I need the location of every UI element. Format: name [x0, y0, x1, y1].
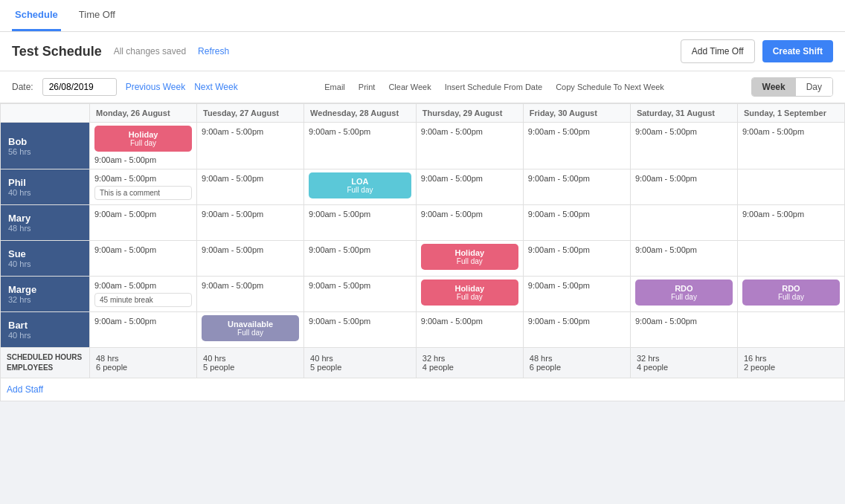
badge-label: Holiday [427, 284, 513, 293]
shift-time: 9:00am - 5:00pm [528, 315, 626, 327]
shift-badge-unavailable[interactable]: UnavailableFull day [202, 315, 299, 341]
week-view-button[interactable]: Week [752, 78, 796, 96]
copy-schedule-action[interactable]: Copy Schedule To Next Week [556, 83, 664, 91]
shift-cell[interactable]: 9:00am - 5:00pm [523, 123, 630, 169]
shift-time: 9:00am - 5:00pm [202, 172, 299, 184]
shift-cell[interactable]: 9:00am - 5:00pm [630, 312, 737, 348]
shift-time: 9:00am - 5:00pm [309, 244, 411, 256]
col-header-friday: Friday, 30 August [523, 104, 630, 123]
shift-time: 9:00am - 5:00pm [528, 126, 626, 138]
employee-name: Marge [8, 284, 82, 295]
shift-cell[interactable]: 9:00am - 5:00pm [197, 123, 304, 169]
shift-cell[interactable]: 9:00am - 5:00pm [630, 123, 737, 169]
shift-cell[interactable]: 9:00am - 5:00pm [90, 205, 197, 241]
shift-cell[interactable] [630, 205, 737, 241]
shift-time: 9:00am - 5:00pm [742, 126, 840, 138]
shift-cell[interactable]: 9:00am - 5:00pm [737, 123, 844, 169]
clear-week-action[interactable]: Clear Week [388, 83, 431, 91]
shift-cell[interactable]: HolidayFull day [416, 277, 523, 312]
next-week-link[interactable]: Next Week [194, 82, 237, 92]
email-action[interactable]: Email [324, 83, 345, 91]
nav-schedule[interactable]: Schedule [12, 0, 61, 31]
shift-badge-holiday[interactable]: HolidayFull day [94, 126, 192, 152]
refresh-link[interactable]: Refresh [198, 46, 229, 56]
shift-cell[interactable]: 9:00am - 5:00pm [523, 277, 630, 312]
shift-cell[interactable]: 9:00am - 5:00pm [304, 241, 417, 277]
footer-day-cell: 48 hrs6 people [90, 348, 197, 378]
footer-day-cell: 48 hrs6 people [523, 348, 630, 378]
shift-time: 9:00am - 5:00pm [94, 280, 192, 291]
shift-badge-rdo[interactable]: RDOFull day [635, 280, 733, 306]
shift-cell[interactable]: 9:00am - 5:00pm [90, 312, 197, 348]
shift-badge-rdo[interactable]: RDOFull day [742, 280, 840, 306]
shift-time: 9:00am - 5:00pm [635, 244, 733, 256]
add-staff-button[interactable]: Add Staff [7, 384, 43, 395]
insert-schedule-action[interactable]: Insert Schedule From Date [445, 83, 542, 91]
shift-time: 9:00am - 5:00pm [309, 208, 411, 220]
shift-badge-loa[interactable]: LOAFull day [309, 172, 411, 198]
shift-break: 45 minute break [94, 293, 192, 307]
footer-people: 4 people [422, 363, 517, 372]
shift-cell[interactable]: 9:00am - 5:00pm [197, 169, 304, 205]
shift-cell[interactable]: 9:00am - 5:00pm [523, 312, 630, 348]
shift-cell[interactable]: 9:00am - 5:00pm [304, 312, 417, 348]
employee-hrs: 40 hrs [8, 259, 82, 268]
employee-row: Bob56 hrsHolidayFull day9:00am - 5:00pm9… [1, 123, 845, 169]
shift-time: 9:00am - 5:00pm [309, 315, 411, 327]
shift-cell[interactable] [737, 241, 844, 277]
shift-cell[interactable]: 9:00am - 5:00pm [630, 169, 737, 205]
footer-people: 4 people [637, 363, 731, 372]
shift-cell[interactable]: 9:00am - 5:00pmThis is a comment [90, 169, 197, 205]
date-label: Date: [12, 82, 33, 92]
shift-cell[interactable]: 9:00am - 5:00pm [416, 169, 523, 205]
shift-cell[interactable]: 9:00am - 5:00pm [197, 205, 304, 241]
badge-sublabel: Full day [748, 293, 834, 301]
shift-cell[interactable]: 9:00am - 5:00pm45 minute break [90, 277, 197, 312]
shift-cell[interactable]: 9:00am - 5:00pm [304, 205, 417, 241]
shift-time: 9:00am - 5:00pm [309, 126, 411, 138]
shift-time: 9:00am - 5:00pm [528, 280, 626, 291]
shift-cell[interactable]: 9:00am - 5:00pm [523, 241, 630, 277]
shift-time: 9:00am - 5:00pm [635, 126, 733, 138]
add-time-off-button[interactable]: Add Time Off [681, 39, 755, 63]
employee-hrs: 56 hrs [8, 147, 82, 156]
shift-cell[interactable]: 9:00am - 5:00pm [630, 241, 737, 277]
employee-name: Bart [8, 320, 82, 331]
employee-hrs: 32 hrs [8, 295, 82, 304]
shift-cell[interactable]: 9:00am - 5:00pm [416, 205, 523, 241]
shift-cell[interactable] [737, 312, 844, 348]
shift-cell[interactable]: 9:00am - 5:00pm [304, 277, 417, 312]
prev-week-link[interactable]: Previous Week [126, 82, 185, 92]
shift-cell[interactable]: 9:00am - 5:00pm [197, 241, 304, 277]
shift-comment: This is a comment [94, 186, 192, 200]
shift-cell[interactable]: 9:00am - 5:00pm [523, 169, 630, 205]
shift-time: 9:00am - 5:00pm [635, 315, 733, 327]
shift-badge-holiday[interactable]: HolidayFull day [421, 280, 518, 306]
employee-row: Mary48 hrs9:00am - 5:00pm9:00am - 5:00pm… [1, 205, 845, 241]
footer-label-cell: SCHEDULED HOURSEMPLOYEES [1, 348, 90, 378]
shift-cell[interactable]: LOAFull day [304, 169, 417, 205]
shift-cell[interactable]: 9:00am - 5:00pm [304, 123, 417, 169]
shift-cell[interactable] [737, 169, 844, 205]
col-header-tuesday: Tuesday, 27 August [197, 104, 304, 123]
shift-cell[interactable]: 9:00am - 5:00pm [90, 241, 197, 277]
shift-cell[interactable]: 9:00am - 5:00pm [523, 205, 630, 241]
print-action[interactable]: Print [359, 83, 376, 91]
shift-cell[interactable]: 9:00am - 5:00pm [416, 312, 523, 348]
shift-cell[interactable]: 9:00am - 5:00pm [197, 277, 304, 312]
col-header-employee [1, 104, 90, 123]
shift-cell[interactable]: 9:00am - 5:00pm [416, 123, 523, 169]
shift-cell[interactable]: HolidayFull day [416, 241, 523, 277]
shift-cell[interactable]: UnavailableFull day [197, 312, 304, 348]
footer-day-cell: 32 hrs4 people [416, 348, 523, 378]
shift-badge-holiday[interactable]: HolidayFull day [421, 244, 518, 270]
shift-cell[interactable]: 9:00am - 5:00pm [737, 205, 844, 241]
shift-cell[interactable]: HolidayFull day9:00am - 5:00pm [90, 123, 197, 169]
shift-time: 9:00am - 5:00pm [202, 280, 299, 291]
shift-cell[interactable]: RDOFull day [737, 277, 844, 312]
create-shift-button[interactable]: Create Shift [762, 40, 833, 62]
day-view-button[interactable]: Day [796, 78, 832, 96]
shift-cell[interactable]: RDOFull day [630, 277, 737, 312]
date-input[interactable] [42, 78, 117, 96]
nav-time-off[interactable]: Time Off [76, 0, 118, 31]
